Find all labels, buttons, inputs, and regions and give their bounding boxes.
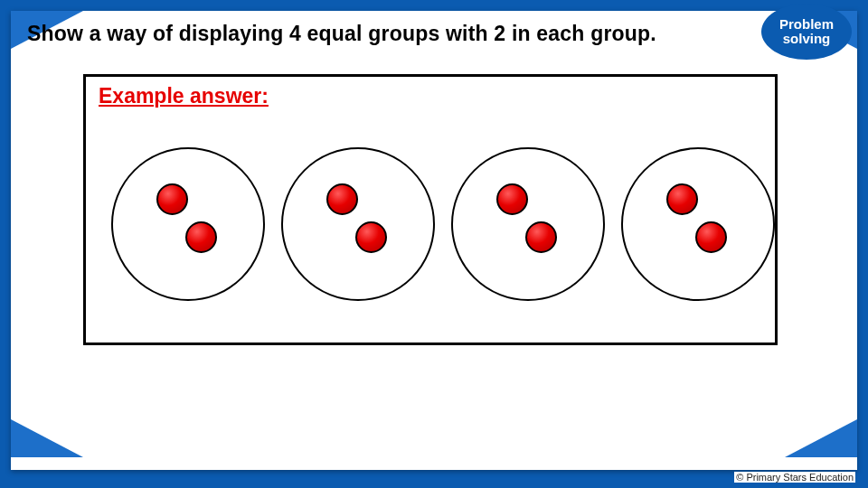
counter-dot [185,221,217,253]
answer-box: Example answer: [83,74,778,345]
counter-dot [326,183,358,215]
badge-line-1: Problem [779,16,834,32]
group-circle [281,147,435,301]
counter-dot [156,183,188,215]
counter-dot [525,221,557,253]
attribution: © Primary Stars Education [734,472,855,483]
counter-dot [695,221,727,253]
category-badge: Problem solving [761,4,852,60]
corner-accent-bottom-right [785,419,857,457]
counter-dot [355,221,387,253]
badge-line-2: solving [783,31,831,46]
answer-label: Example answer: [99,84,269,108]
question-prompt: Show a way of displaying 4 equal groups … [27,22,732,46]
counter-dot [666,183,698,215]
groups-diagram [111,147,755,301]
counter-dot [496,183,528,215]
group-circle [111,147,265,301]
group-circle [451,147,605,301]
slide: Problem solving Show a way of displaying… [0,0,868,488]
group-circle [621,147,775,301]
corner-accent-bottom-left [11,419,83,457]
badge-text: Problem solving [779,17,834,46]
